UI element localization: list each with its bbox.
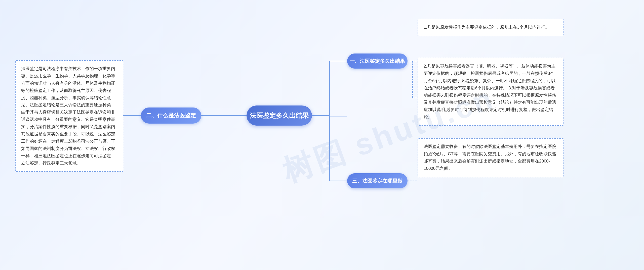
center-node: 法医鉴定多久出结果 xyxy=(247,105,312,126)
right-content-2: 2.凡是以容貌损害或者器官（脑、听器、视器等）、肢体功能损害为主要评定依据的，须… xyxy=(418,58,564,126)
right-content-3-text: 法医鉴定需要收费，有的时候除法医鉴定基本费用外，需要在指定医院拍摄X光片、CT等… xyxy=(424,144,556,171)
right-node-1-label: 一、法医鉴定多久出结果 xyxy=(350,58,405,65)
right-node-3: 三、法医鉴定在哪里做 xyxy=(347,173,408,188)
left-node-label: 二、什么是法医鉴定 xyxy=(146,112,196,119)
right-node-3-label: 三、法医鉴定在哪里做 xyxy=(352,178,403,184)
left-content-box: 法医鉴定是司法程序中有关技术工作的一项重要内容。是运用医学、生物学、人类学及物理… xyxy=(15,60,123,172)
right-content-3: 法医鉴定需要收费，有的时候除法医鉴定基本费用外，需要在指定医院拍摄X光片、CT等… xyxy=(418,138,564,177)
center-node-label: 法医鉴定多久出结果 xyxy=(250,111,309,120)
canvas: 树图 shutu.cn 法医鉴定是司法程序中有关技术工作的一项重要内容。是运用医… xyxy=(0,0,644,270)
right-content-1: 1.凡是以原发性损伤为主要评定依据的，原则上在3个月以内进行。 xyxy=(418,19,564,36)
right-content-2-text: 2.凡是以容貌损害或者器官（脑、听器、视器等）、肢体功能损害为主要评定依据的，须… xyxy=(424,64,556,119)
left-node: 二、什么是法医鉴定 xyxy=(141,107,201,124)
right-node-1: 一、法医鉴定多久出结果 xyxy=(347,53,408,69)
right-content-1-text: 1.凡是以原发性损伤为主要评定依据的，原则上在3个月以内进行。 xyxy=(424,25,549,30)
left-content-text: 法医鉴定是司法程序中有关技术工作的一项重要内容。是运用医学、生物学、人类学及物理… xyxy=(21,66,115,166)
